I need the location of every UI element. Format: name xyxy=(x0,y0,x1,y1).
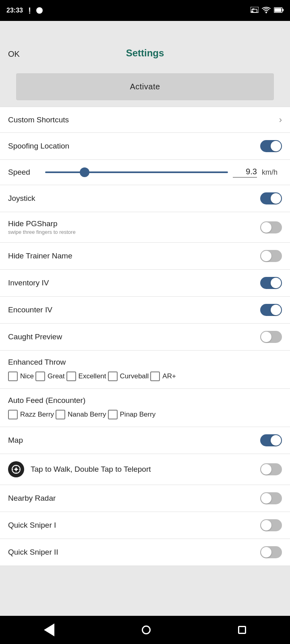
toggle-knob xyxy=(271,278,281,288)
caught-preview-row: Caught Preview xyxy=(0,324,290,351)
enhanced-throw-excellent[interactable]: Excellent xyxy=(66,372,106,381)
encounter-iv-toggle[interactable] xyxy=(260,304,282,316)
svg-rect-6 xyxy=(282,9,284,11)
spoofing-location-row: Spoofing Location xyxy=(0,133,290,160)
enhanced-throw-great[interactable]: Great xyxy=(35,372,65,381)
curveball-label: Curveball xyxy=(120,372,149,380)
hide-trainer-name-label: Hide Trainer Name xyxy=(8,252,260,260)
joystick-label: Joystick xyxy=(8,194,260,203)
map-toggle[interactable] xyxy=(260,434,282,446)
quick-sniper-ii-label: Quick Sniper II xyxy=(8,548,260,557)
excellent-label: Excellent xyxy=(79,372,106,380)
quick-sniper-ii-row: Quick Sniper II xyxy=(0,539,290,566)
status-right xyxy=(251,7,284,14)
status-time: 23:33 xyxy=(6,7,23,14)
home-button[interactable] xyxy=(142,625,151,634)
speed-label: Speed xyxy=(8,168,40,177)
auto-feed-title: Auto Feed (Encounter) xyxy=(8,396,282,405)
great-label: Great xyxy=(48,372,65,380)
toggle-knob xyxy=(261,547,271,557)
svg-rect-7 xyxy=(275,8,282,12)
joystick-toggle[interactable] xyxy=(260,192,282,204)
speed-slider[interactable] xyxy=(45,171,228,173)
quick-sniper-i-row: Quick Sniper I xyxy=(0,512,290,539)
ar-label: AR+ xyxy=(162,372,176,380)
encounter-iv-label: Encounter IV xyxy=(8,305,260,314)
back-icon xyxy=(44,623,54,636)
wifi-icon xyxy=(262,7,271,14)
pinap-checkbox[interactable] xyxy=(108,410,118,419)
status-bar: 23:33 ❕ xyxy=(0,0,290,21)
nearby-radar-row: Nearby Radar xyxy=(0,485,290,512)
tap-walk-toggle[interactable] xyxy=(260,463,282,475)
hide-trainer-name-row: Hide Trainer Name xyxy=(0,243,290,270)
joystick-row: Joystick xyxy=(0,185,290,212)
nice-checkbox[interactable] xyxy=(8,372,18,381)
svg-point-4 xyxy=(265,12,267,13)
spoofing-location-label: Spoofing Location xyxy=(8,142,260,151)
auto-feed-section: Auto Feed (Encounter) Razz Berry Nanab B… xyxy=(0,389,290,427)
speed-value: 9.3 xyxy=(233,167,257,178)
excellent-checkbox[interactable] xyxy=(66,372,76,381)
svg-rect-3 xyxy=(251,11,253,12)
custom-shortcuts-label: Custom Shortcuts xyxy=(8,116,279,124)
nearby-radar-label: Nearby Radar xyxy=(8,494,260,503)
battery-icon xyxy=(274,7,284,14)
page-title: Settings xyxy=(126,47,164,59)
enhanced-throw-nice[interactable]: Nice xyxy=(8,372,34,381)
nanab-label: Nanab Berry xyxy=(68,411,106,419)
inventory-iv-toggle[interactable] xyxy=(260,277,282,289)
auto-feed-options: Razz Berry Nanab Berry Pinap Berry xyxy=(8,410,282,423)
toggle-knob xyxy=(261,332,271,342)
notification-icon: ❕ xyxy=(26,7,33,14)
quick-sniper-ii-toggle[interactable] xyxy=(260,546,282,558)
ok-button[interactable]: OK xyxy=(8,50,20,59)
toggle-knob xyxy=(271,305,281,315)
caught-preview-toggle[interactable] xyxy=(260,331,282,343)
chevron-right-icon: › xyxy=(279,115,282,125)
recent-button[interactable] xyxy=(238,626,246,634)
nearby-radar-toggle[interactable] xyxy=(260,492,282,504)
hide-pgsharp-label: Hide PGSharp xyxy=(8,219,260,228)
spoofing-location-toggle[interactable] xyxy=(260,140,282,152)
back-button[interactable] xyxy=(44,623,54,636)
status-left: 23:33 ❕ xyxy=(6,7,43,14)
speed-unit: km/h xyxy=(262,168,282,177)
toggle-knob xyxy=(271,193,281,204)
ar-checkbox[interactable] xyxy=(150,372,160,381)
curveball-checkbox[interactable] xyxy=(108,372,118,381)
tap-walk-label: Tap to Walk, Double Tap to Teleport xyxy=(31,465,254,474)
inventory-iv-label: Inventory IV xyxy=(8,279,260,287)
nice-label: Nice xyxy=(20,372,34,380)
custom-shortcuts-row[interactable]: Custom Shortcuts › xyxy=(0,107,290,133)
activate-button-wrap: Activate xyxy=(0,69,290,107)
auto-feed-razz[interactable]: Razz Berry xyxy=(8,410,54,419)
toggle-knob xyxy=(271,435,281,446)
activate-button[interactable]: Activate xyxy=(16,73,274,100)
hide-pgsharp-sublabel: swipe three fingers to restore xyxy=(8,229,260,235)
settings-list: Custom Shortcuts › Spoofing Location Spe… xyxy=(0,107,290,566)
quick-sniper-i-toggle[interactable] xyxy=(260,519,282,531)
cast-icon xyxy=(251,7,259,14)
toggle-knob xyxy=(261,222,271,233)
home-icon xyxy=(142,625,151,634)
nav-bar xyxy=(0,616,290,644)
hide-trainer-name-toggle[interactable] xyxy=(260,250,282,262)
circle-icon xyxy=(36,7,43,14)
enhanced-throw-curveball[interactable]: Curveball xyxy=(108,372,149,381)
enhanced-throw-ar[interactable]: AR+ xyxy=(150,372,176,381)
nanab-checkbox[interactable] xyxy=(56,410,65,419)
speed-row: Speed 9.3 km/h xyxy=(0,160,290,185)
auto-feed-pinap[interactable]: Pinap Berry xyxy=(108,410,156,419)
toggle-knob xyxy=(261,464,271,475)
great-checkbox[interactable] xyxy=(35,372,45,381)
hide-pgsharp-toggle[interactable] xyxy=(260,221,282,233)
recent-icon xyxy=(238,626,246,634)
tap-walk-icon xyxy=(8,461,24,477)
hide-pgsharp-row: Hide PGSharp swipe three fingers to rest… xyxy=(0,212,290,243)
enhanced-throw-title: Enhanced Throw xyxy=(8,358,282,367)
razz-checkbox[interactable] xyxy=(8,410,18,419)
map-row: Map xyxy=(0,427,290,454)
auto-feed-nanab[interactable]: Nanab Berry xyxy=(56,410,106,419)
tap-walk-row: Tap to Walk, Double Tap to Teleport xyxy=(0,454,290,485)
